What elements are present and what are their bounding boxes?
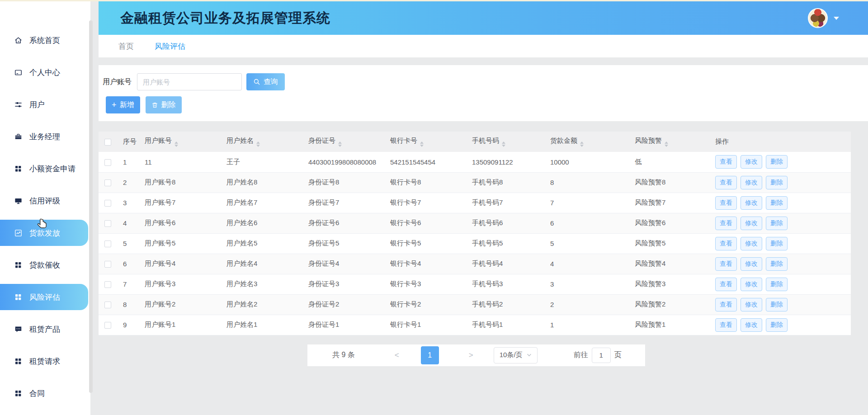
table-cell: 用户姓名6 xyxy=(226,213,308,233)
table-cell: 风险预警7 xyxy=(635,193,715,213)
column-header[interactable]: 用户姓名 xyxy=(226,132,308,152)
sidebar-item[interactable]: 用户 xyxy=(0,91,90,118)
edit-button[interactable]: 修改 xyxy=(741,196,762,210)
search-input[interactable] xyxy=(137,73,242,90)
edit-button[interactable]: 修改 xyxy=(741,176,762,189)
edit-button[interactable]: 修改 xyxy=(741,257,762,271)
edit-button[interactable]: 修改 xyxy=(741,217,762,230)
table-cell: 银行卡号5 xyxy=(390,233,472,254)
view-button[interactable]: 查看 xyxy=(715,298,737,311)
sort-icon[interactable] xyxy=(502,141,505,147)
row-checkbox[interactable] xyxy=(104,261,111,268)
delete-row-button[interactable]: 删除 xyxy=(766,217,788,230)
table-cell: 3 xyxy=(550,274,635,294)
delete-row-button[interactable]: 删除 xyxy=(766,176,788,189)
actions-cell: 查看修改删除 xyxy=(715,254,851,274)
table-cell: 银行卡号2 xyxy=(390,294,472,315)
sidebar-scrollbar[interactable] xyxy=(89,20,93,393)
view-button[interactable]: 查看 xyxy=(715,217,737,230)
view-button[interactable]: 查看 xyxy=(715,176,737,189)
chat-icon xyxy=(14,325,23,334)
row-checkbox[interactable] xyxy=(104,302,111,308)
table-cell: 身份证号6 xyxy=(308,213,390,233)
delete-row-button[interactable]: 删除 xyxy=(766,298,788,311)
column-header[interactable]: 银行卡号 xyxy=(390,132,472,152)
column-header[interactable]: 手机号码 xyxy=(472,132,550,152)
next-page-button[interactable]: > xyxy=(469,351,473,360)
table-row: 2用户账号8用户姓名8身份证号8银行卡号8手机号码88风险预警8查看修改删除 xyxy=(99,172,851,193)
edit-button[interactable]: 修改 xyxy=(741,278,762,291)
table-cell: 用户账号5 xyxy=(145,233,226,254)
column-header[interactable]: 货款金额 xyxy=(550,132,635,152)
page-1-button[interactable]: 1 xyxy=(421,346,439,364)
edit-button[interactable]: 修改 xyxy=(741,298,762,311)
prev-page-button[interactable]: < xyxy=(395,351,399,360)
sidebar-item[interactable]: 货款发放 xyxy=(0,220,88,246)
sidebar-item[interactable]: 系统首页 xyxy=(0,27,90,53)
sidebar-item[interactable]: 合同 xyxy=(0,380,90,406)
column-header-label: 操作 xyxy=(715,137,729,145)
sort-icon[interactable] xyxy=(256,141,260,147)
row-checkbox[interactable] xyxy=(104,179,111,186)
actions-cell: 查看修改删除 xyxy=(715,233,851,254)
view-button[interactable]: 查看 xyxy=(715,278,737,291)
sort-icon[interactable] xyxy=(175,141,178,147)
view-button[interactable]: 查看 xyxy=(715,257,737,271)
delete-row-button[interactable]: 删除 xyxy=(766,257,788,271)
goto-page-input[interactable] xyxy=(592,348,611,363)
sidebar-item[interactable]: 业务经理 xyxy=(0,123,90,150)
sidebar-item[interactable]: 风险评估 xyxy=(0,284,88,310)
sort-icon[interactable] xyxy=(665,141,668,147)
add-button[interactable]: + 新增 xyxy=(106,96,140,113)
edit-button[interactable]: 修改 xyxy=(741,237,762,250)
column-header[interactable]: 用户账号 xyxy=(145,132,226,152)
row-checkbox[interactable] xyxy=(104,159,111,166)
select-all-checkbox[interactable] xyxy=(104,139,111,146)
delete-button[interactable]: 删除 xyxy=(146,96,182,113)
page-size-select[interactable]: 10条/页 xyxy=(494,347,538,363)
column-header[interactable]: 身份证号 xyxy=(308,132,390,152)
delete-row-button[interactable]: 删除 xyxy=(766,278,788,291)
table-cell: 身份证号7 xyxy=(308,193,390,213)
delete-row-button[interactable]: 删除 xyxy=(766,155,788,169)
view-button[interactable]: 查看 xyxy=(715,318,737,332)
sidebar-item[interactable]: 小额资金申请 xyxy=(0,156,90,182)
delete-button-label: 删除 xyxy=(161,100,176,110)
breadcrumb-home[interactable]: 首页 xyxy=(118,41,134,52)
table-row: 6用户账号4用户姓名4身份证号4银行卡号4手机号码44风险预警4查看修改删除 xyxy=(99,254,851,274)
row-checkbox[interactable] xyxy=(104,220,111,227)
sort-icon[interactable] xyxy=(338,141,342,147)
row-checkbox[interactable] xyxy=(104,281,111,288)
view-button[interactable]: 查看 xyxy=(715,155,737,169)
table-cell: 身份证号5 xyxy=(308,233,390,254)
row-checkbox[interactable] xyxy=(104,322,111,329)
table-cell: 用户姓名2 xyxy=(226,294,308,315)
sort-icon[interactable] xyxy=(420,141,424,147)
delete-row-button[interactable]: 删除 xyxy=(766,196,788,210)
delete-row-button[interactable]: 删除 xyxy=(766,318,788,332)
user-avatar[interactable] xyxy=(808,8,828,28)
sidebar-item[interactable]: 个人中心 xyxy=(0,59,90,85)
table-cell: 5 xyxy=(550,233,635,254)
view-button[interactable]: 查看 xyxy=(715,196,737,210)
view-button[interactable]: 查看 xyxy=(715,237,737,250)
edit-button[interactable]: 修改 xyxy=(741,318,762,332)
pagination: 共 9 条 < 1 > 10条/页 前往 页 xyxy=(307,344,645,366)
row-checkbox[interactable] xyxy=(104,241,111,247)
column-header-label: 序号 xyxy=(123,137,137,145)
sidebar-item[interactable]: 贷款催收 xyxy=(0,252,90,278)
edit-button[interactable]: 修改 xyxy=(741,155,762,169)
chevron-down-icon[interactable] xyxy=(834,17,839,20)
sidebar: 系统首页个人中心用户业务经理小额资金申请信用评级货款发放贷款催收风险评估租赁产品… xyxy=(0,1,90,415)
row-checkbox[interactable] xyxy=(104,200,111,207)
search-row: 用户账号 查询 xyxy=(103,73,868,90)
table-cell: 用户姓名5 xyxy=(226,233,308,254)
query-button[interactable]: 查询 xyxy=(246,73,285,90)
delete-row-button[interactable]: 删除 xyxy=(766,237,788,250)
sidebar-item[interactable]: 租赁产品 xyxy=(0,316,90,342)
column-header[interactable]: 风险预警 xyxy=(635,132,715,152)
sort-icon[interactable] xyxy=(580,141,584,147)
grid-icon xyxy=(14,260,23,269)
sidebar-item[interactable]: 租赁请求 xyxy=(0,348,90,374)
sidebar-item[interactable]: 信用评级 xyxy=(0,188,90,214)
